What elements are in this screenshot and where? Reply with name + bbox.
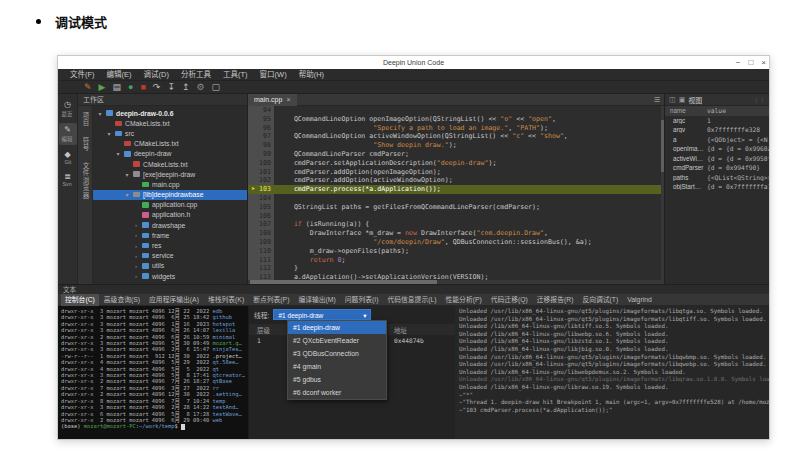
editor-horizontal-scrollbar[interactable]: [248, 280, 664, 284]
line-number-gutter[interactable]: 108: [248, 229, 274, 238]
bottom-tab[interactable]: 高级查询(S): [100, 294, 144, 306]
settings-icon[interactable]: ⚙: [197, 81, 205, 94]
line-number-gutter[interactable]: 113: [248, 273, 274, 280]
line-number-gutter[interactable]: 97: [248, 132, 274, 141]
activity-item-最近[interactable]: ◷最近: [59, 98, 77, 120]
menu-item[interactable]: 调试(D): [138, 69, 175, 81]
thread-dropdown-item[interactable]: #1 deepin-draw: [288, 321, 386, 334]
bottom-tab[interactable]: 问题列表(I): [341, 294, 383, 306]
close-tab-icon[interactable]: ×: [286, 96, 290, 103]
float-panel-icon[interactable]: ▣: [679, 96, 686, 104]
thread-dropdown-item[interactable]: #6 dconf worker: [288, 386, 386, 399]
bottom-tab[interactable]: 代码信息提示(L): [383, 294, 440, 306]
tree-row[interactable]: ›drawshape: [93, 220, 247, 230]
variable-row[interactable]: objStart…{d = 0x7fffffffa1f0, e…: [665, 182, 769, 192]
tree-row[interactable]: application.h: [93, 210, 247, 220]
step-out-icon[interactable]: ↥: [182, 81, 190, 94]
tree-row[interactable]: ›res: [93, 240, 247, 250]
editor-vertical-scrollbar[interactable]: [661, 106, 664, 280]
interrupt-icon[interactable]: ●: [128, 81, 133, 94]
variable-row[interactable]: argc1: [665, 116, 769, 126]
tree-row[interactable]: ›widgets: [93, 271, 247, 281]
tree-row[interactable]: ›service: [93, 251, 247, 261]
bottom-tab[interactable]: 编译输出(M): [294, 294, 339, 306]
close-button[interactable]: ×: [761, 56, 766, 69]
menu-item[interactable]: 帮助(H): [293, 69, 330, 81]
activity-item-Git[interactable]: ◆Git: [59, 148, 77, 167]
tree-row[interactable]: ▾[lib]deepindrawbase: [93, 190, 247, 200]
thread-dropdown-item[interactable]: #4 gmain: [288, 360, 386, 373]
editor-tab-maincpp[interactable]: main.cpp ×: [248, 94, 297, 106]
tree-row[interactable]: CMakeLists.txt: [93, 118, 247, 128]
tree-row[interactable]: ▾[exe]deepin-draw: [93, 169, 247, 179]
bottom-tab[interactable]: 应用程序输出(A): [145, 294, 203, 306]
bottom-tab[interactable]: Valgrind: [623, 294, 655, 306]
scrollbar-thumb[interactable]: [661, 120, 664, 172]
line-number-gutter[interactable]: 98: [248, 141, 274, 150]
panel-grip-icon[interactable]: ⋮⋮: [753, 96, 765, 103]
variable-row[interactable]: a{<QObject> = {<N a d…: [665, 135, 769, 145]
variable-row[interactable]: activeWi…{d = {d = 0x9958f0}}: [665, 154, 769, 164]
line-number-gutter[interactable]: 106: [248, 212, 274, 221]
line-number-gutter[interactable]: 96: [248, 124, 274, 133]
tree-row[interactable]: application.cpp: [93, 200, 247, 210]
menu-item[interactable]: 工具(T): [217, 69, 254, 81]
line-number-gutter[interactable]: 99: [248, 150, 274, 159]
variable-row[interactable]: paths{<QList<QString>> =…: [665, 173, 769, 183]
step-over-icon[interactable]: ↷: [153, 81, 161, 94]
variable-row[interactable]: cmdParser{d = 0x994f90}: [665, 163, 769, 173]
open-file-icon[interactable]: ▤: [112, 81, 121, 94]
split-view-icon[interactable]: ◫: [669, 96, 676, 104]
tree-row[interactable]: ▾src: [93, 128, 247, 138]
bottom-tab[interactable]: 迁移报告(R): [533, 294, 578, 306]
line-number-gutter[interactable]: ➤ 103: [248, 185, 274, 194]
workspace-tab[interactable]: 符号: [80, 137, 90, 152]
thread-dropdown-item[interactable]: #2 QXcbEventReader: [288, 334, 386, 347]
menu-item[interactable]: 文件(F): [64, 69, 101, 81]
build-icon[interactable]: ▢: [212, 81, 221, 94]
line-number-gutter[interactable]: 112: [248, 264, 274, 273]
line-number-gutter[interactable]: 102: [248, 176, 274, 185]
line-number-gutter[interactable]: 101: [248, 168, 274, 177]
menu-item[interactable]: 编辑(E): [101, 69, 138, 81]
line-number-gutter[interactable]: 94: [248, 106, 274, 115]
line-number-gutter[interactable]: 105: [248, 203, 274, 212]
menu-item[interactable]: 窗口(W): [254, 69, 293, 81]
line-number-gutter[interactable]: 109: [248, 238, 274, 247]
variable-row[interactable]: argv0x7fffffffe328: [665, 125, 769, 135]
line-number-gutter[interactable]: 100: [248, 159, 274, 168]
maximize-button[interactable]: □: [748, 56, 753, 69]
thread-dropdown-item[interactable]: #3 QDBusConnection: [288, 347, 386, 360]
tree-row[interactable]: ›utils: [93, 261, 247, 271]
bottom-tab[interactable]: 代码迁移(Q): [487, 294, 532, 306]
thread-dropdown-item[interactable]: #5 gdbus: [288, 373, 386, 386]
debugger-output-log[interactable]: Unloaded /usr/lib/x86_64-linux-gnu/qt5/p…: [455, 306, 769, 439]
line-number-gutter[interactable]: 104: [248, 194, 274, 203]
line-number-gutter[interactable]: 111: [248, 256, 274, 265]
menu-item[interactable]: 分析工具: [175, 69, 217, 81]
variable-row[interactable]: openIma…{d = {d = 0x9960a0}}: [665, 144, 769, 154]
tree-row[interactable]: CMakeLists.txt: [93, 139, 247, 149]
scrollbar-thumb[interactable]: [250, 280, 437, 284]
workspace-tab[interactable]: 项目: [80, 112, 90, 127]
tree-row[interactable]: CMakeLists.txt: [93, 159, 247, 169]
edit-pencil-icon[interactable]: ✎: [84, 81, 92, 94]
bottom-tab[interactable]: 堆栈列表(K): [204, 294, 248, 306]
line-number-gutter[interactable]: 95: [248, 115, 274, 124]
bottom-tab[interactable]: 反向调试(T): [578, 294, 622, 306]
bottom-tab[interactable]: 性能分析(P): [442, 294, 486, 306]
step-into-icon[interactable]: ↧: [167, 81, 175, 94]
workspace-tab[interactable]: 文件浏览器: [80, 162, 90, 200]
bottom-tab[interactable]: 断点列表(P): [249, 294, 293, 306]
line-number-gutter[interactable]: 110: [248, 247, 274, 256]
tree-row[interactable]: main.cpp: [93, 179, 247, 189]
thread-selector-dropdown[interactable]: #1 deepin-draw ▾: [273, 309, 371, 320]
tree-row[interactable]: ▾deepin-draw: [93, 149, 247, 159]
continue-icon[interactable]: ▶: [99, 81, 106, 94]
minimize-button[interactable]: −: [736, 56, 741, 69]
tree-row[interactable]: ›frame: [93, 230, 247, 240]
editor-menu-icon[interactable]: ☰: [654, 96, 664, 104]
bottom-tab[interactable]: 控制台(C): [61, 294, 99, 306]
tree-row[interactable]: ▾deepin-draw-0.0.6: [93, 108, 247, 118]
line-number-gutter[interactable]: 107: [248, 220, 274, 229]
